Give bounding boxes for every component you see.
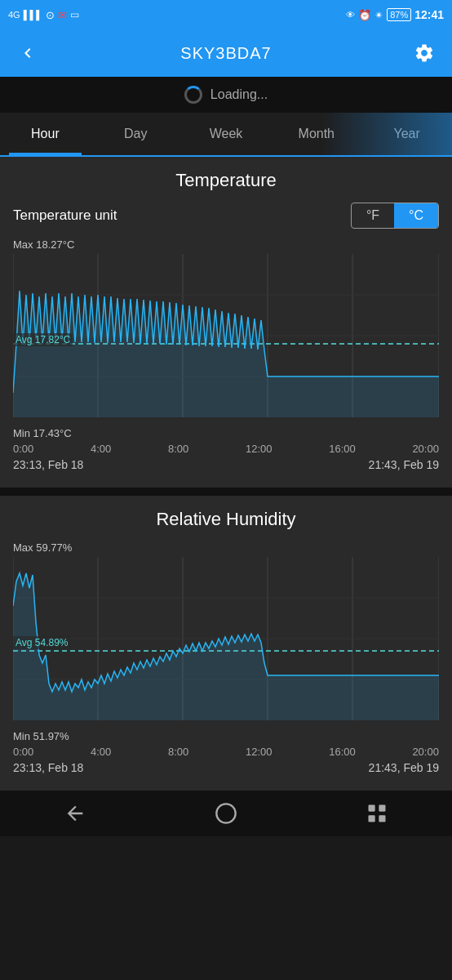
time-display: 12:41 — [414, 8, 444, 21]
nav-home-button[interactable] — [206, 793, 246, 834]
humidity-date-range: 23:13, Feb 18 21:43, Feb 19 — [13, 758, 439, 782]
status-left: 4G ▌▌▌ ⊙ ✉ ▭ — [8, 9, 79, 21]
screen-icon: ▭ — [70, 9, 79, 20]
tab-day[interactable]: Day — [91, 113, 181, 155]
unit-celsius-button[interactable]: °C — [394, 203, 438, 228]
temperature-title: Temperature — [0, 170, 452, 191]
humidity-max-label: Max 59.77% — [13, 541, 439, 554]
temperature-chart-area: Max 18.27°C Avg 17.82° — [0, 238, 452, 479]
temperature-chart: Avg 17.82°C — [13, 254, 439, 425]
page-title: SKY3BDA7 — [180, 44, 271, 63]
humidity-svg — [13, 557, 439, 728]
loading-spinner — [184, 86, 202, 104]
svg-marker-21 — [13, 573, 439, 720]
humidity-date-end: 21:43, Feb 19 — [369, 761, 439, 774]
nav-recent-button[interactable] — [357, 793, 397, 834]
settings-button[interactable] — [410, 38, 439, 68]
tab-year[interactable]: Year — [361, 113, 452, 155]
temp-date-start: 23:13, Feb 18 — [13, 458, 83, 471]
section-divider — [0, 488, 452, 496]
humidity-title: Relative Humidity — [0, 509, 452, 530]
loading-text: Loading... — [210, 87, 268, 102]
svg-rect-26 — [379, 815, 385, 822]
loading-bar: Loading... — [0, 77, 452, 113]
svg-rect-23 — [368, 805, 374, 812]
temperature-svg — [13, 254, 439, 425]
eye-icon: 👁 — [346, 10, 355, 20]
humidity-date-start: 23:13, Feb 18 — [13, 761, 83, 774]
humidity-min-label: Min 51.97% — [13, 730, 439, 742]
unit-label: Temperature unit — [13, 207, 117, 224]
unit-toggle-row: Temperature unit °F °C — [0, 203, 452, 229]
humidity-chart: Avg 54.89% — [13, 557, 439, 728]
alarm-icon: ⏰ — [358, 9, 371, 21]
signal-bars: ▌▌▌ — [24, 10, 42, 20]
temp-x-labels: 0:00 4:00 8:00 12:00 16:00 20:00 — [13, 439, 439, 455]
mail-icon: ✉ — [58, 9, 67, 21]
nav-back-button[interactable] — [55, 793, 95, 834]
svg-rect-24 — [379, 805, 385, 812]
tab-hour[interactable]: Hour — [0, 113, 91, 155]
humidity-chart-area: Max 59.77% Avg 54.89% — [0, 541, 452, 782]
tab-bar: Hour Day Week Month Year — [0, 113, 452, 157]
signal-icon: 4G — [8, 10, 20, 20]
svg-rect-25 — [368, 815, 374, 822]
humidity-section: Relative Humidity Max 59.77% — [0, 496, 452, 791]
humidity-x-labels: 0:00 4:00 8:00 12:00 16:00 20:00 — [13, 742, 439, 758]
top-nav-bar: SKY3BDA7 — [0, 29, 452, 77]
back-button[interactable] — [13, 38, 42, 68]
tab-week[interactable]: Week — [181, 113, 272, 155]
battery-icon: 87% — [387, 8, 411, 21]
temp-date-end: 21:43, Feb 19 — [369, 458, 439, 471]
svg-point-22 — [216, 804, 235, 822]
unit-toggle: °F °C — [351, 203, 439, 229]
temp-max-label: Max 18.27°C — [13, 238, 439, 251]
bottom-nav — [0, 791, 452, 836]
bluetooth-icon: ✴ — [374, 9, 383, 21]
temp-date-range: 23:13, Feb 18 21:43, Feb 19 — [13, 455, 439, 479]
tab-month[interactable]: Month — [271, 113, 361, 155]
status-right: 👁 ⏰ ✴ 87% 12:41 — [346, 8, 444, 21]
unit-fahrenheit-button[interactable]: °F — [352, 203, 394, 228]
spotify-icon: ⊙ — [46, 9, 55, 21]
status-bar: 4G ▌▌▌ ⊙ ✉ ▭ 👁 ⏰ ✴ 87% 12:41 — [0, 0, 452, 29]
temperature-section: Temperature Temperature unit °F °C Max 1… — [0, 157, 452, 488]
temp-min-label: Min 17.43°C — [13, 427, 439, 439]
